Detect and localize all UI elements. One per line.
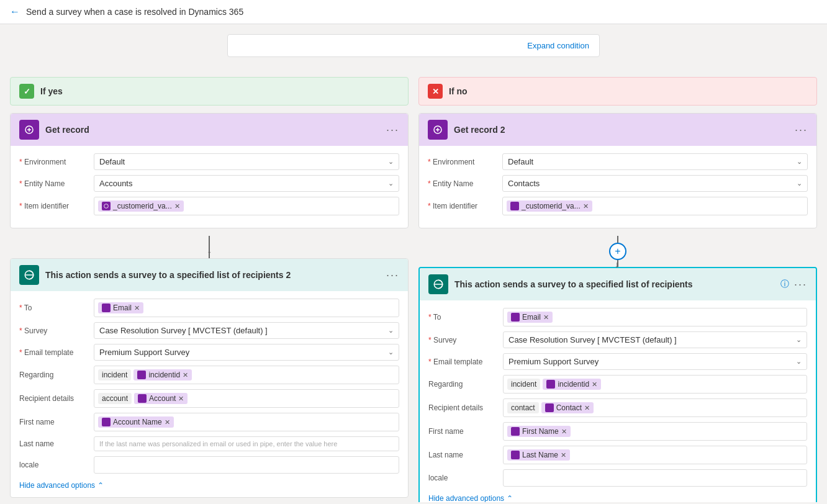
emailtemplate-control-yes[interactable]: Premium Support Survey ⌄ [94,344,399,361]
entity-select-no[interactable]: Contacts ⌄ [502,175,808,192]
regarding-tag2-close-no[interactable]: ✕ [592,380,597,389]
regarding-taginput-yes[interactable]: incident incidentid ✕ [94,366,399,384]
to-tag-no: Email ✕ [507,312,553,323]
lastname-control-no: Last Name ✕ [503,446,807,464]
emailtemplate-control-no[interactable]: Premium Support Survey ⌄ [503,353,807,370]
locale-input-yes[interactable] [94,456,399,474]
to-taginput-yes[interactable]: Email ✕ [94,299,399,317]
send-action-more-yes[interactable]: ··· [386,269,399,282]
regarding-label-no: Regarding [428,380,503,389]
recipient-tag1-no: contact [507,402,539,413]
env-control-yes[interactable]: Default ⌄ [94,153,399,170]
lastname-input-yes[interactable]: If the last name was personalized in ema… [94,436,399,451]
locale-input-no[interactable] [503,469,807,487]
survey-control-no[interactable]: Case Resolution Survey [ MVCTEST (defaul… [503,331,807,348]
emailtemplate-row-no: Email template Premium Support Survey ⌄ [428,353,807,370]
get-record-more-no[interactable]: ··· [795,124,808,137]
itemid-tag-close-no[interactable]: ✕ [583,202,589,210]
env-control-no[interactable]: Default ⌄ [502,153,808,170]
get-record-header-yes: Get record ··· [11,114,408,146]
locale-control-no[interactable] [503,469,807,487]
lastname-tag-close-no[interactable]: ✕ [561,451,566,459]
recipient-label-yes: Recipient details [19,394,94,403]
get-record-header-left-no: Get record 2 [428,120,505,140]
firstname-tag-close-no[interactable]: ✕ [561,428,567,436]
emailtemplate-chevron-no: ⌄ [796,358,802,366]
firstname-tag-close-yes[interactable]: ✕ [165,418,170,426]
chevron-up-icon-yes: ⌃ [97,481,104,490]
branch-yes-label: If yes [40,86,63,96]
get-record-header-left-yes: Get record [19,120,89,140]
branch-no: ✕ If no Get record 2 ··· E [418,77,817,502]
to-tag-close-yes[interactable]: ✕ [134,304,140,312]
recipient-tag2-close-no[interactable]: ✕ [584,404,590,412]
expand-condition-bar: Expand condition [227,34,600,57]
get-record-header-no: Get record 2 ··· [419,114,816,146]
itemid-row-yes: Item identifier _customerid_va... ✕ [19,197,399,215]
firstname-taginput-no[interactable]: First Name ✕ [503,422,807,441]
back-button[interactable]: ← [10,6,20,17]
to-tag-close-no[interactable]: ✕ [543,313,549,322]
lastname-tag-icon-no [511,451,520,459]
survey-select-no[interactable]: Case Resolution Survey [ MVCTEST (defaul… [503,331,807,348]
send-action-more-no[interactable]: ··· [794,278,807,291]
hide-advanced-no[interactable]: Hide advanced options ⌃ [428,492,807,502]
emailtemplate-select-yes[interactable]: Premium Support Survey ⌄ [94,344,399,361]
get-record-card-no: Get record 2 ··· Environment Default ⌄ [418,113,817,228]
recipient-tag2-close-yes[interactable]: ✕ [178,395,184,403]
recipient-tag2-icon-yes [138,394,147,403]
firstname-tag-no: First Name ✕ [507,426,571,437]
get-record-more-yes[interactable]: ··· [386,124,399,137]
entity-select-yes[interactable]: Accounts ⌄ [94,175,399,192]
env-select-yes[interactable]: Default ⌄ [94,153,399,170]
locale-control-yes[interactable] [94,456,399,474]
recipient-control-no: contact Contact ✕ [503,398,807,417]
entity-row-yes: Entity Name Accounts ⌄ [19,175,399,192]
firstname-tag-icon-yes [102,418,111,426]
lastname-control-yes[interactable]: If the last name was personalized in ema… [94,436,399,451]
recipient-tag1-yes: account [98,393,132,404]
survey-select-yes[interactable]: Case Resolution Survey [ MVCTEST (defaul… [94,322,399,339]
get-record-icon-yes [19,120,39,140]
lastname-taginput-no[interactable]: Last Name ✕ [503,446,807,464]
recipient-control-yes: account Account ✕ [94,389,399,408]
env-row-yes: Environment Default ⌄ [19,153,399,170]
survey-control-yes[interactable]: Case Resolution Survey [ MVCTEST (defaul… [94,322,399,339]
regarding-tag2-yes: incidentid ✕ [133,369,192,380]
to-control-yes: Email ✕ [94,299,399,317]
hide-advanced-yes[interactable]: Hide advanced options ⌃ [19,479,399,490]
firstname-row-no: First name First Name ✕ [428,422,807,441]
itemid-row-no: Item identifier _customerid_va... ✕ [428,197,808,215]
chevron-up-icon-no: ⌃ [507,494,513,502]
send-action-body-yes: To Email ✕ [11,291,408,497]
entity-control-yes[interactable]: Accounts ⌄ [94,175,399,192]
entity-control-no[interactable]: Contacts ⌄ [502,175,808,192]
connector-plus-no[interactable]: + [609,243,626,260]
itemid-taginput-yes[interactable]: _customerid_va... ✕ [94,197,399,215]
connector-line-no [617,236,618,243]
firstname-row-yes: First name Account Name ✕ [19,413,399,431]
itemid-tag-yes: _customerid_va... ✕ [98,200,184,212]
expand-condition-link[interactable]: Expand condition [527,41,589,50]
send-action-icon-no [428,274,448,294]
emailtemplate-select-no[interactable]: Premium Support Survey ⌄ [503,353,807,370]
itemid-tag-icon-no [510,202,519,210]
regarding-tag2-close-yes[interactable]: ✕ [183,371,188,379]
recipient-taginput-no[interactable]: contact Contact ✕ [503,398,807,417]
survey-chevron-no: ⌄ [796,336,802,344]
to-label-yes: To [19,304,94,312]
send-action-icon-yes [19,265,39,285]
firstname-taginput-yes[interactable]: Account Name ✕ [94,413,399,431]
firstname-tag-yes: Account Name ✕ [98,416,174,428]
regarding-taginput-no[interactable]: incident incidentid ✕ [503,375,807,394]
env-select-no[interactable]: Default ⌄ [502,153,808,170]
send-action-header-left-yes: This action sends a survey to a specifie… [19,265,291,285]
itemid-taginput-no[interactable]: _customerid_va... ✕ [502,197,808,215]
itemid-tag-close-yes[interactable]: ✕ [174,202,180,210]
entity-chevron-no: ⌄ [797,179,802,187]
connector-arrow-yes: ↓ [207,245,212,256]
to-taginput-no[interactable]: Email ✕ [503,308,807,326]
connector-yes: ↓ [10,236,409,258]
info-icon-no[interactable]: ⓘ [780,279,789,290]
recipient-taginput-yes[interactable]: account Account ✕ [94,389,399,408]
